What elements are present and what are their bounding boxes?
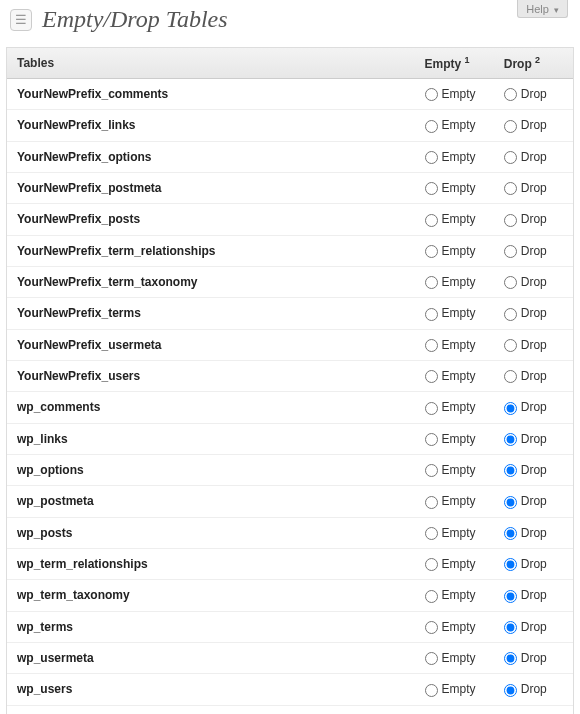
drop-radio[interactable] xyxy=(504,527,517,540)
drop-label: Drop xyxy=(521,150,547,164)
drop-label: Drop xyxy=(521,494,547,508)
drop-cell: Drop xyxy=(494,141,573,172)
table-row: wp_linksEmptyDrop xyxy=(7,423,573,454)
table-row: wp_commentsEmptyDrop xyxy=(7,392,573,423)
empty-label: Empty xyxy=(442,400,476,414)
table-row: YourNewPrefix_usermetaEmptyDrop xyxy=(7,329,573,360)
table-name-cell: wp_postmeta xyxy=(7,486,415,517)
empty-radio[interactable] xyxy=(425,151,438,164)
chevron-down-icon: ▾ xyxy=(554,5,559,15)
empty-radio[interactable] xyxy=(425,558,438,571)
drop-radio[interactable] xyxy=(504,652,517,665)
table-name-cell: YourNewPrefix_posts xyxy=(7,204,415,235)
table-row: YourNewPrefix_postsEmptyDrop xyxy=(7,204,573,235)
empty-label: Empty xyxy=(442,275,476,289)
empty-radio[interactable] xyxy=(425,433,438,446)
empty-radio[interactable] xyxy=(425,339,438,352)
table-name-cell: YourNewPrefix_postmeta xyxy=(7,172,415,203)
table-name-cell: wp_usermeta xyxy=(7,642,415,673)
table-name-cell: YourNewPrefix_comments xyxy=(7,79,415,110)
table-name-cell: YourNewPrefix_links xyxy=(7,110,415,141)
drop-radio[interactable] xyxy=(504,120,517,133)
empty-radio[interactable] xyxy=(425,120,438,133)
empty-radio[interactable] xyxy=(425,464,438,477)
table-name-cell: wp_term_relationships xyxy=(7,548,415,579)
empty-cell: Empty xyxy=(415,423,494,454)
empty-cell: Empty xyxy=(415,454,494,485)
col-empty[interactable]: Empty 1 xyxy=(415,48,494,79)
empty-cell: Empty xyxy=(415,548,494,579)
empty-radio[interactable] xyxy=(425,527,438,540)
empty-label: Empty xyxy=(442,338,476,352)
table-name-cell: wp_term_taxonomy xyxy=(7,580,415,611)
empty-cell: Empty xyxy=(415,517,494,548)
drop-cell: Drop xyxy=(494,454,573,485)
drop-radio[interactable] xyxy=(504,496,517,509)
drop-label: Drop xyxy=(521,463,547,477)
drop-radio[interactable] xyxy=(504,88,517,101)
empty-radio[interactable] xyxy=(425,496,438,509)
drop-radio[interactable] xyxy=(504,621,517,634)
empty-radio[interactable] xyxy=(425,182,438,195)
drop-cell: Drop xyxy=(494,110,573,141)
drop-radio[interactable] xyxy=(504,276,517,289)
page-title: Empty/Drop Tables xyxy=(42,6,228,33)
drop-radio[interactable] xyxy=(504,339,517,352)
drop-radio[interactable] xyxy=(504,464,517,477)
drop-radio[interactable] xyxy=(504,433,517,446)
drop-radio[interactable] xyxy=(504,590,517,603)
empty-radio[interactable] xyxy=(425,245,438,258)
empty-radio[interactable] xyxy=(425,402,438,415)
empty-radio[interactable] xyxy=(425,621,438,634)
table-row: wp_optionsEmptyDrop xyxy=(7,454,573,485)
empty-label: Empty xyxy=(442,557,476,571)
empty-radio[interactable] xyxy=(425,370,438,383)
col-tables[interactable]: Tables xyxy=(7,48,415,79)
table-row: YourNewPrefix_term_relationshipsEmptyDro… xyxy=(7,235,573,266)
drop-cell: Drop xyxy=(494,79,573,110)
drop-label: Drop xyxy=(521,118,547,132)
drop-cell: Drop xyxy=(494,392,573,423)
drop-label: Drop xyxy=(521,87,547,101)
empty-cell: Empty xyxy=(415,580,494,611)
empty-radio[interactable] xyxy=(425,214,438,227)
drop-label: Drop xyxy=(521,181,547,195)
empty-cell: Empty xyxy=(415,642,494,673)
drop-radio[interactable] xyxy=(504,308,517,321)
help-tab[interactable]: Help ▾ xyxy=(517,0,568,18)
table-name-cell: wp_links xyxy=(7,423,415,454)
drop-radio[interactable] xyxy=(504,151,517,164)
drop-cell: Drop xyxy=(494,423,573,454)
page-header: ☰ Empty/Drop Tables xyxy=(0,0,580,47)
drop-label: Drop xyxy=(521,526,547,540)
drop-radio[interactable] xyxy=(504,558,517,571)
drop-label: Drop xyxy=(521,212,547,226)
col-drop[interactable]: Drop 2 xyxy=(494,48,573,79)
empty-label: Empty xyxy=(442,118,476,132)
empty-radio[interactable] xyxy=(425,276,438,289)
empty-label: Empty xyxy=(442,494,476,508)
drop-radio[interactable] xyxy=(504,684,517,697)
drop-radio[interactable] xyxy=(504,182,517,195)
drop-cell: Drop xyxy=(494,486,573,517)
drop-radio[interactable] xyxy=(504,214,517,227)
drop-label: Drop xyxy=(521,338,547,352)
empty-radio[interactable] xyxy=(425,684,438,697)
empty-label: Empty xyxy=(442,526,476,540)
empty-radio[interactable] xyxy=(425,590,438,603)
help-label: Help xyxy=(526,3,549,15)
empty-cell: Empty xyxy=(415,611,494,642)
empty-cell: Empty xyxy=(415,172,494,203)
drop-radio[interactable] xyxy=(504,402,517,415)
table-row: YourNewPrefix_commentsEmptyDrop xyxy=(7,79,573,110)
drop-cell: Drop xyxy=(494,642,573,673)
table-row: YourNewPrefix_term_taxonomyEmptyDrop xyxy=(7,266,573,297)
drop-radio[interactable] xyxy=(504,370,517,383)
table-name-cell: wp_options xyxy=(7,454,415,485)
table-row: YourNewPrefix_optionsEmptyDrop xyxy=(7,141,573,172)
empty-radio[interactable] xyxy=(425,308,438,321)
empty-radio[interactable] xyxy=(425,88,438,101)
drop-radio[interactable] xyxy=(504,245,517,258)
table-row: wp_postsEmptyDrop xyxy=(7,517,573,548)
empty-radio[interactable] xyxy=(425,652,438,665)
